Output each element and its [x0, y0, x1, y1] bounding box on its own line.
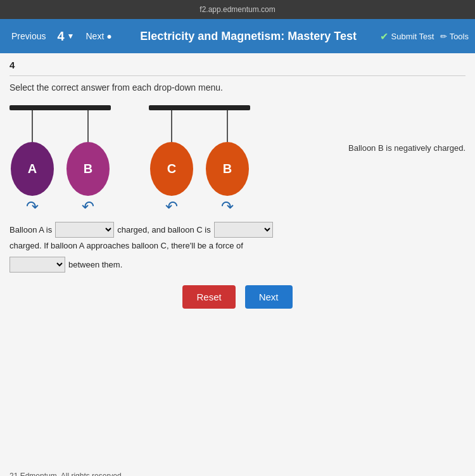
reset-button[interactable]: Reset: [182, 285, 235, 309]
arrow-c: ↷: [165, 198, 178, 215]
rope-b-left: [87, 110, 89, 142]
question-number: 4: [10, 60, 466, 70]
tools-button[interactable]: ✏ Tools: [440, 32, 469, 41]
url-display: f2.app.edmentum.com: [200, 5, 275, 14]
bar-cb: [149, 105, 250, 110]
rope-b-right: [227, 110, 228, 142]
answer-row-1: Balloon A is positively negatively neutr…: [10, 222, 466, 250]
nav-bar: Previous 4 ▼ Next ● Electricity and Magn…: [0, 19, 475, 53]
dropdown-charge-a[interactable]: positively negatively neutrally: [55, 222, 114, 238]
main-content: 4 Select the correct answer from each dr…: [0, 53, 475, 465]
question-number-display: 4 ▼: [57, 29, 74, 44]
footer-text: 21 Edmentum. All rights reserved.: [10, 472, 124, 476]
next-button[interactable]: Next: [245, 285, 293, 309]
answer-row-2: attraction repulsion between them.: [10, 257, 466, 273]
rope-c: [171, 110, 172, 142]
pencil-icon: ✏: [440, 32, 447, 41]
balloons-section: A ↷ B ↷: [10, 105, 336, 215]
cb-balloons: C ↷ B ↷: [150, 110, 249, 215]
footer: 21 Edmentum. All rights reserved.: [0, 465, 475, 476]
arrow-a: ↷: [26, 198, 39, 215]
balloon-b-left-unit: B ↷: [66, 110, 110, 215]
browser-bar: f2.app.edmentum.com: [0, 0, 475, 19]
balloon-b-right-unit: B ↷: [206, 110, 249, 215]
dropdown-force[interactable]: attraction repulsion: [10, 257, 65, 273]
bar-ab: [10, 105, 111, 110]
check-icon: ✔: [380, 30, 388, 42]
balloon-b-left: B: [66, 142, 110, 196]
dropdown-charge-c[interactable]: positively negatively neutrally: [214, 222, 273, 238]
answer-text-1: Balloon A is: [10, 225, 52, 235]
balloon-b-right: B: [206, 142, 249, 196]
answer-text-3: charged. If balloon A approaches balloon…: [10, 241, 243, 250]
pair-ab: A ↷ B ↷: [10, 105, 111, 215]
question-chevron[interactable]: ▼: [67, 32, 75, 41]
arrow-b-right: ↷: [221, 198, 234, 215]
answer-text-2: charged, and balloon C is: [117, 225, 210, 235]
test-title: Electricity and Magnetism: Mastery Test: [124, 30, 374, 43]
balloon-c: C: [150, 142, 193, 196]
illustration-area: A ↷ B ↷: [10, 105, 466, 215]
side-note: Balloon B is negatively charged.: [348, 143, 466, 215]
instruction-text: Select the correct answer from each drop…: [10, 75, 466, 93]
balloon-pairs: A ↷ B ↷: [10, 105, 336, 215]
ab-balloons: A ↷ B ↷: [11, 110, 110, 215]
balloon-a: A: [11, 142, 54, 196]
answer-text-4: between them.: [68, 260, 122, 269]
nav-next-button[interactable]: Next ●: [80, 29, 117, 44]
rope-a: [32, 110, 33, 142]
balloon-a-unit: A ↷: [11, 110, 54, 215]
arrow-b-left: ↷: [82, 198, 94, 215]
previous-button[interactable]: Previous: [6, 29, 51, 44]
buttons-row: Reset Next: [10, 285, 466, 309]
pair-cb: C ↷ B ↷: [149, 105, 250, 215]
submit-test-button[interactable]: ✔ Submit Test: [380, 30, 434, 42]
balloon-c-unit: C ↷: [150, 110, 193, 215]
